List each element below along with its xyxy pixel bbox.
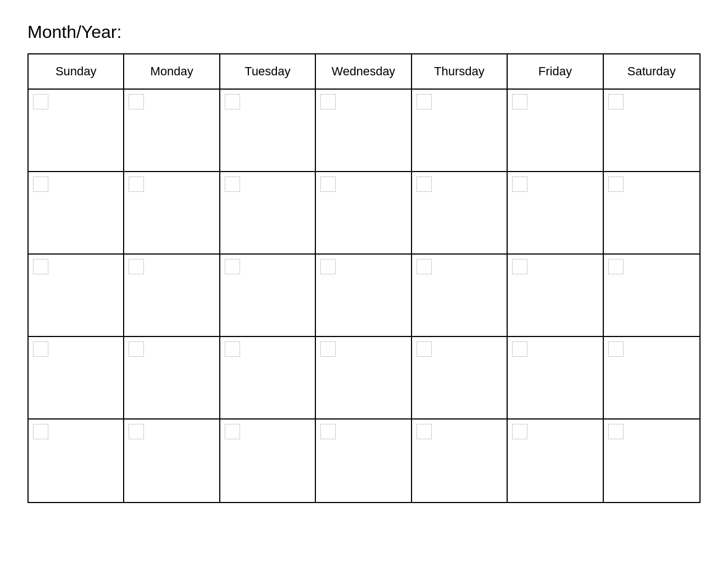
day-cell[interactable] (29, 337, 124, 418)
day-cell[interactable] (412, 337, 508, 418)
day-number-box (416, 424, 432, 439)
week-row-2 (29, 172, 699, 255)
day-number-box (608, 94, 624, 109)
day-number-box (416, 94, 432, 109)
day-cell[interactable] (316, 420, 412, 502)
header-friday: Friday (508, 54, 603, 89)
day-cell[interactable] (220, 172, 316, 253)
day-cell[interactable] (316, 337, 412, 418)
day-cell[interactable] (412, 255, 508, 336)
day-cell[interactable] (220, 255, 316, 336)
day-number-box (512, 424, 527, 439)
day-cell[interactable] (412, 420, 508, 502)
day-number-box (608, 424, 624, 439)
day-number-box (512, 259, 527, 274)
day-cell[interactable] (124, 255, 220, 336)
day-cell[interactable] (316, 90, 412, 171)
day-cell[interactable] (508, 420, 603, 502)
day-cell[interactable] (220, 90, 316, 171)
header-sunday: Sunday (29, 54, 124, 89)
day-number-box (608, 176, 624, 192)
calendar-body (29, 90, 699, 502)
header-wednesday: Wednesday (316, 54, 412, 89)
day-number-box (512, 176, 527, 192)
day-cell[interactable] (508, 172, 603, 253)
day-number-box (512, 94, 527, 109)
day-number-box (129, 94, 144, 109)
day-cell[interactable] (124, 172, 220, 253)
day-number-box (320, 176, 336, 192)
day-number-box (608, 341, 624, 357)
day-number-box (33, 424, 48, 439)
header-monday: Monday (124, 54, 220, 89)
day-cell[interactable] (124, 420, 220, 502)
week-row-5 (29, 420, 699, 502)
day-number-box (33, 176, 48, 192)
day-cell[interactable] (412, 90, 508, 171)
day-cell[interactable] (29, 420, 124, 502)
day-cell[interactable] (29, 172, 124, 253)
day-number-box (129, 341, 144, 357)
day-number-box (608, 259, 624, 274)
day-number-box (129, 424, 144, 439)
day-cell[interactable] (508, 255, 603, 336)
day-number-box (416, 341, 432, 357)
day-cell[interactable] (316, 172, 412, 253)
day-number-box (33, 94, 48, 109)
day-cell[interactable] (220, 420, 316, 502)
day-cell[interactable] (604, 337, 699, 418)
day-cell[interactable] (508, 337, 603, 418)
calendar-container: Sunday Monday Tuesday Wednesday Thursday… (27, 53, 701, 503)
week-row-3 (29, 255, 699, 337)
day-cell[interactable] (124, 337, 220, 418)
week-row-1 (29, 90, 699, 172)
day-number-box (225, 259, 240, 274)
day-cell[interactable] (604, 420, 699, 502)
day-cell[interactable] (29, 90, 124, 171)
day-number-box (129, 176, 144, 192)
day-cell[interactable] (604, 255, 699, 336)
week-row-4 (29, 337, 699, 420)
day-number-box (320, 94, 336, 109)
calendar-header: Sunday Monday Tuesday Wednesday Thursday… (29, 54, 699, 90)
day-cell[interactable] (29, 255, 124, 336)
day-number-box (225, 94, 240, 109)
day-number-box (320, 341, 336, 357)
day-number-box (320, 424, 336, 439)
day-cell[interactable] (412, 172, 508, 253)
day-number-box (416, 176, 432, 192)
day-number-box (320, 259, 336, 274)
header-saturday: Saturday (604, 54, 699, 89)
day-cell[interactable] (220, 337, 316, 418)
day-number-box (225, 341, 240, 357)
day-number-box (225, 176, 240, 192)
day-cell[interactable] (604, 90, 699, 171)
month-year-label: Month/Year: (27, 22, 701, 42)
day-cell[interactable] (508, 90, 603, 171)
day-number-box (225, 424, 240, 439)
header-tuesday: Tuesday (220, 54, 316, 89)
day-number-box (33, 259, 48, 274)
day-number-box (416, 259, 432, 274)
day-cell[interactable] (316, 255, 412, 336)
header-thursday: Thursday (412, 54, 508, 89)
day-cell[interactable] (124, 90, 220, 171)
day-number-box (512, 341, 527, 357)
day-number-box (129, 259, 144, 274)
day-number-box (33, 341, 48, 357)
day-cell[interactable] (604, 172, 699, 253)
